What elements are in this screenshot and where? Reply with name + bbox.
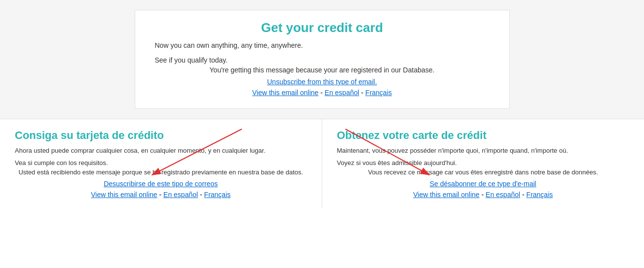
left-sep-2: - xyxy=(200,191,204,199)
left-subtitle: Ahora usted puede comprar cualquier cosa… xyxy=(15,147,307,154)
left-sep-1: - xyxy=(159,191,164,199)
right-title: Obtenez votre carte de crédit xyxy=(337,129,630,142)
unsubscribe-container: Unsubscribe from this type of email. xyxy=(155,78,490,86)
left-registered: Usted está recibiendo este mensaje porqu… xyxy=(15,168,307,176)
left-title: Consiga su tarjeta de crédito xyxy=(15,129,307,142)
left-francais-link[interactable]: Français xyxy=(204,191,231,199)
right-qualify: Voyez si vous êtes admissible aujourd'hu… xyxy=(337,159,630,167)
right-subtitle: Maintenant, vous pouvez posséder n'impor… xyxy=(337,147,630,154)
separator-1: - xyxy=(320,89,325,97)
right-view-links: View this email online - En español - Fr… xyxy=(337,191,630,199)
francais-link[interactable]: Français xyxy=(365,89,392,97)
left-qualify: Vea si cumple con los requisitos. xyxy=(15,159,307,167)
main-subtitle: Now you can own anything, any time, anyw… xyxy=(155,41,490,49)
right-francais-link[interactable]: Français xyxy=(527,191,553,199)
left-espanol-link[interactable]: En español xyxy=(163,191,198,199)
left-unsubscribe-link[interactable]: Desuscribirse de este tipo de correos xyxy=(104,180,218,188)
registered-text: You're getting this message because your… xyxy=(155,66,490,74)
right-espanol-link[interactable]: En español xyxy=(486,191,520,199)
left-view-links: View this email online - En español - Fr… xyxy=(15,191,307,199)
bottom-panels: Consiga su tarjeta de crédito Ahora uste… xyxy=(0,119,644,208)
right-registered: Vous recevez ce message car vous êtes en… xyxy=(337,168,630,176)
main-title: Get your credit card xyxy=(155,20,490,35)
right-view-online-link[interactable]: View this email online xyxy=(413,191,479,199)
left-panel: Consiga su tarjeta de crédito Ahora uste… xyxy=(0,119,322,208)
right-unsubscribe-container: Se désabonner de ce type d'e-mail xyxy=(337,180,630,188)
view-links-container: View this email online - En español - Fr… xyxy=(155,89,490,97)
top-email-panel: Get your credit card Now you can own any… xyxy=(135,10,510,109)
right-panel: Obtenez votre carte de crédit Maintenant… xyxy=(322,119,644,208)
top-section-wrapper: Get your credit card Now you can own any… xyxy=(0,0,644,119)
view-online-link[interactable]: View this email online xyxy=(252,89,318,97)
left-unsubscribe-container: Desuscribirse de este tipo de correos xyxy=(15,180,307,188)
unsubscribe-link[interactable]: Unsubscribe from this type of email. xyxy=(267,78,377,86)
left-view-online-link[interactable]: View this email online xyxy=(91,191,157,199)
page-wrapper: Get your credit card Now you can own any… xyxy=(0,0,644,208)
right-sep-2: - xyxy=(522,191,527,199)
qualify-text: See if you qualify today. xyxy=(155,56,490,64)
right-unsubscribe-link[interactable]: Se désabonner de ce type d'e-mail xyxy=(430,180,536,188)
right-sep-1: - xyxy=(482,191,486,199)
espanol-link[interactable]: En español xyxy=(325,89,359,97)
